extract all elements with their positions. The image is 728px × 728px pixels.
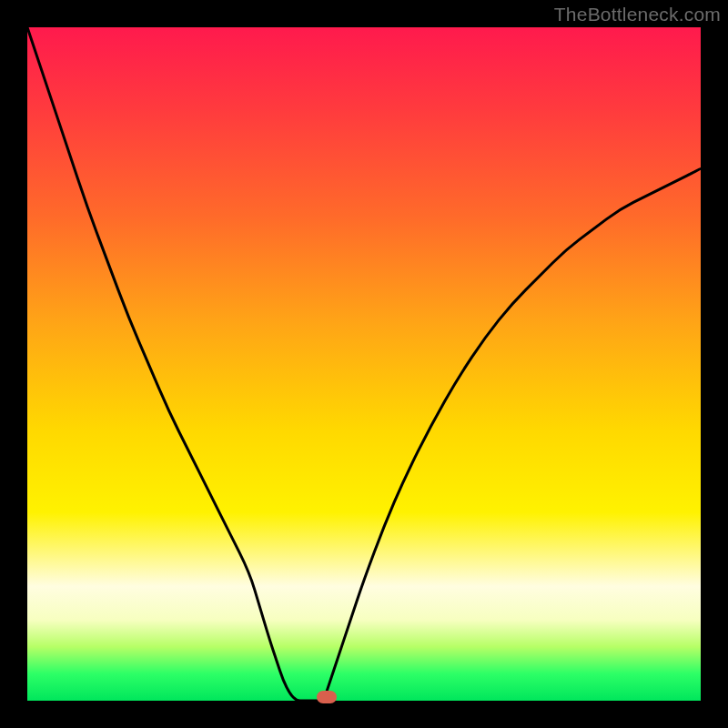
chart-frame: TheBottleneck.com: [0, 0, 728, 728]
optimal-point-marker: [317, 691, 337, 703]
watermark-text: TheBottleneck.com: [554, 4, 721, 25]
curve-layer: [27, 27, 701, 701]
plot-area: [27, 27, 701, 701]
bottleneck-curve: [27, 27, 701, 701]
